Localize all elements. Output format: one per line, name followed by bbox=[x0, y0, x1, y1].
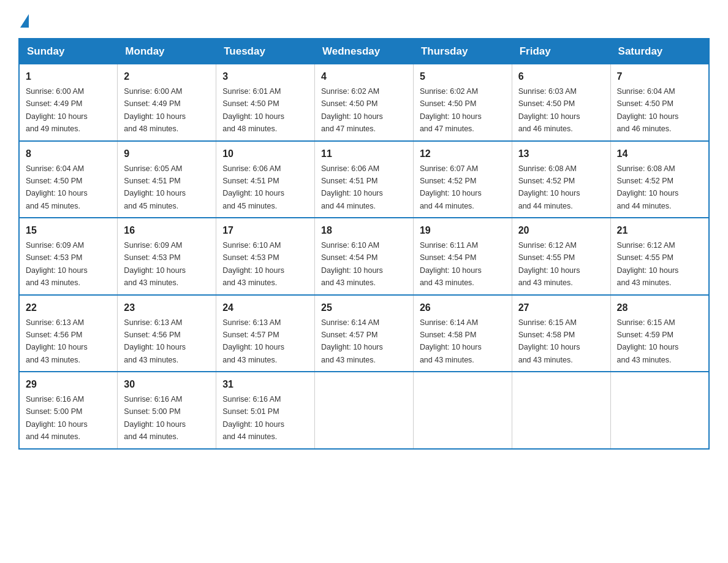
logo bbox=[18, 12, 29, 26]
day-number: 6 bbox=[518, 69, 604, 84]
calendar-cell: 7 Sunrise: 6:04 AMSunset: 4:50 PMDayligh… bbox=[610, 64, 709, 141]
calendar-cell: 18 Sunrise: 6:10 AMSunset: 4:54 PMDaylig… bbox=[315, 218, 414, 295]
day-info: Sunrise: 6:04 AMSunset: 4:50 PMDaylight:… bbox=[26, 164, 88, 210]
day-info: Sunrise: 6:14 AMSunset: 4:58 PMDaylight:… bbox=[420, 318, 482, 364]
day-number: 23 bbox=[124, 301, 210, 315]
calendar-cell: 11 Sunrise: 6:06 AMSunset: 4:51 PMDaylig… bbox=[315, 141, 414, 218]
calendar-cell: 13 Sunrise: 6:08 AMSunset: 4:52 PMDaylig… bbox=[512, 141, 610, 218]
calendar-cell: 29 Sunrise: 6:16 AMSunset: 5:00 PMDaylig… bbox=[19, 372, 118, 449]
day-info: Sunrise: 6:03 AMSunset: 4:50 PMDaylight:… bbox=[518, 87, 580, 133]
calendar-cell: 22 Sunrise: 6:13 AMSunset: 4:56 PMDaylig… bbox=[19, 295, 118, 372]
day-number: 11 bbox=[321, 147, 407, 161]
calendar-cell bbox=[512, 372, 610, 449]
day-info: Sunrise: 6:08 AMSunset: 4:52 PMDaylight:… bbox=[617, 164, 679, 210]
day-number: 25 bbox=[321, 301, 407, 315]
calendar-table: SundayMondayTuesdayWednesdayThursdayFrid… bbox=[18, 38, 710, 450]
day-number: 5 bbox=[420, 69, 506, 84]
day-number: 26 bbox=[420, 301, 506, 315]
day-number: 14 bbox=[617, 147, 702, 161]
calendar-header-monday: Monday bbox=[118, 39, 216, 64]
day-number: 22 bbox=[26, 301, 111, 315]
calendar-week-row: 8 Sunrise: 6:04 AMSunset: 4:50 PMDayligh… bbox=[19, 141, 709, 218]
calendar-cell: 31 Sunrise: 6:16 AMSunset: 5:01 PMDaylig… bbox=[216, 372, 315, 449]
day-number: 19 bbox=[420, 223, 506, 238]
calendar-cell: 1 Sunrise: 6:00 AMSunset: 4:49 PMDayligh… bbox=[19, 64, 118, 141]
day-info: Sunrise: 6:15 AMSunset: 4:58 PMDaylight:… bbox=[518, 318, 580, 364]
day-number: 8 bbox=[26, 147, 111, 161]
day-number: 1 bbox=[26, 69, 111, 84]
day-info: Sunrise: 6:14 AMSunset: 4:57 PMDaylight:… bbox=[321, 318, 383, 364]
day-info: Sunrise: 6:10 AMSunset: 4:54 PMDaylight:… bbox=[321, 241, 383, 287]
calendar-header-sunday: Sunday bbox=[19, 39, 118, 64]
day-number: 18 bbox=[321, 223, 407, 238]
calendar-cell: 14 Sunrise: 6:08 AMSunset: 4:52 PMDaylig… bbox=[610, 141, 709, 218]
day-number: 10 bbox=[222, 147, 308, 161]
day-info: Sunrise: 6:08 AMSunset: 4:52 PMDaylight:… bbox=[518, 164, 580, 210]
calendar-cell: 25 Sunrise: 6:14 AMSunset: 4:57 PMDaylig… bbox=[315, 295, 414, 372]
calendar-week-row: 15 Sunrise: 6:09 AMSunset: 4:53 PMDaylig… bbox=[19, 218, 709, 295]
calendar-cell: 10 Sunrise: 6:06 AMSunset: 4:51 PMDaylig… bbox=[216, 141, 315, 218]
day-info: Sunrise: 6:16 AMSunset: 5:01 PMDaylight:… bbox=[222, 395, 284, 441]
day-info: Sunrise: 6:00 AMSunset: 4:49 PMDaylight:… bbox=[26, 87, 88, 133]
day-number: 28 bbox=[617, 301, 702, 315]
calendar-cell: 27 Sunrise: 6:15 AMSunset: 4:58 PMDaylig… bbox=[512, 295, 610, 372]
day-info: Sunrise: 6:04 AMSunset: 4:50 PMDaylight:… bbox=[617, 87, 679, 133]
day-number: 27 bbox=[518, 301, 604, 315]
calendar-cell: 16 Sunrise: 6:09 AMSunset: 4:53 PMDaylig… bbox=[118, 218, 216, 295]
day-info: Sunrise: 6:12 AMSunset: 4:55 PMDaylight:… bbox=[617, 241, 679, 287]
day-number: 29 bbox=[26, 377, 111, 392]
day-info: Sunrise: 6:01 AMSunset: 4:50 PMDaylight:… bbox=[222, 87, 284, 133]
day-info: Sunrise: 6:10 AMSunset: 4:53 PMDaylight:… bbox=[222, 241, 284, 287]
day-info: Sunrise: 6:13 AMSunset: 4:56 PMDaylight:… bbox=[26, 318, 88, 364]
calendar-cell: 19 Sunrise: 6:11 AMSunset: 4:54 PMDaylig… bbox=[413, 218, 512, 295]
calendar-cell: 3 Sunrise: 6:01 AMSunset: 4:50 PMDayligh… bbox=[216, 64, 315, 141]
calendar-header-friday: Friday bbox=[512, 39, 610, 64]
calendar-cell: 6 Sunrise: 6:03 AMSunset: 4:50 PMDayligh… bbox=[512, 64, 610, 141]
calendar-header-row: SundayMondayTuesdayWednesdayThursdayFrid… bbox=[19, 39, 709, 64]
calendar-cell: 8 Sunrise: 6:04 AMSunset: 4:50 PMDayligh… bbox=[19, 141, 118, 218]
logo-triangle-icon bbox=[20, 14, 29, 28]
calendar-cell: 17 Sunrise: 6:10 AMSunset: 4:53 PMDaylig… bbox=[216, 218, 315, 295]
day-info: Sunrise: 6:02 AMSunset: 4:50 PMDaylight:… bbox=[420, 87, 482, 133]
day-number: 9 bbox=[124, 147, 210, 161]
day-number: 15 bbox=[26, 223, 111, 238]
calendar-cell: 5 Sunrise: 6:02 AMSunset: 4:50 PMDayligh… bbox=[413, 64, 512, 141]
page-header bbox=[18, 12, 710, 26]
day-info: Sunrise: 6:05 AMSunset: 4:51 PMDaylight:… bbox=[124, 164, 186, 210]
day-number: 24 bbox=[222, 301, 308, 315]
calendar-week-row: 22 Sunrise: 6:13 AMSunset: 4:56 PMDaylig… bbox=[19, 295, 709, 372]
day-number: 31 bbox=[222, 377, 308, 392]
day-number: 21 bbox=[617, 223, 702, 238]
calendar-cell: 28 Sunrise: 6:15 AMSunset: 4:59 PMDaylig… bbox=[610, 295, 709, 372]
day-info: Sunrise: 6:12 AMSunset: 4:55 PMDaylight:… bbox=[518, 241, 580, 287]
calendar-week-row: 29 Sunrise: 6:16 AMSunset: 5:00 PMDaylig… bbox=[19, 372, 709, 449]
calendar-cell: 20 Sunrise: 6:12 AMSunset: 4:55 PMDaylig… bbox=[512, 218, 610, 295]
day-info: Sunrise: 6:16 AMSunset: 5:00 PMDaylight:… bbox=[124, 395, 186, 441]
day-info: Sunrise: 6:02 AMSunset: 4:50 PMDaylight:… bbox=[321, 87, 383, 133]
calendar-header-tuesday: Tuesday bbox=[216, 39, 315, 64]
day-info: Sunrise: 6:09 AMSunset: 4:53 PMDaylight:… bbox=[26, 241, 88, 287]
day-number: 7 bbox=[617, 69, 702, 84]
calendar-cell: 26 Sunrise: 6:14 AMSunset: 4:58 PMDaylig… bbox=[413, 295, 512, 372]
day-number: 4 bbox=[321, 69, 407, 84]
calendar-header-thursday: Thursday bbox=[413, 39, 512, 64]
day-number: 13 bbox=[518, 147, 604, 161]
day-number: 20 bbox=[518, 223, 604, 238]
day-number: 3 bbox=[222, 69, 308, 84]
day-info: Sunrise: 6:06 AMSunset: 4:51 PMDaylight:… bbox=[321, 164, 383, 210]
calendar-cell: 21 Sunrise: 6:12 AMSunset: 4:55 PMDaylig… bbox=[610, 218, 709, 295]
calendar-cell bbox=[315, 372, 414, 449]
calendar-header-wednesday: Wednesday bbox=[315, 39, 414, 64]
day-info: Sunrise: 6:13 AMSunset: 4:57 PMDaylight:… bbox=[222, 318, 284, 364]
day-info: Sunrise: 6:16 AMSunset: 5:00 PMDaylight:… bbox=[26, 395, 88, 441]
calendar-cell bbox=[610, 372, 709, 449]
day-number: 16 bbox=[124, 223, 210, 238]
day-info: Sunrise: 6:06 AMSunset: 4:51 PMDaylight:… bbox=[222, 164, 284, 210]
day-number: 12 bbox=[420, 147, 506, 161]
calendar-cell: 24 Sunrise: 6:13 AMSunset: 4:57 PMDaylig… bbox=[216, 295, 315, 372]
day-info: Sunrise: 6:09 AMSunset: 4:53 PMDaylight:… bbox=[124, 241, 186, 287]
calendar-cell: 9 Sunrise: 6:05 AMSunset: 4:51 PMDayligh… bbox=[118, 141, 216, 218]
calendar-cell: 4 Sunrise: 6:02 AMSunset: 4:50 PMDayligh… bbox=[315, 64, 414, 141]
calendar-cell: 2 Sunrise: 6:00 AMSunset: 4:49 PMDayligh… bbox=[118, 64, 216, 141]
day-info: Sunrise: 6:13 AMSunset: 4:56 PMDaylight:… bbox=[124, 318, 186, 364]
